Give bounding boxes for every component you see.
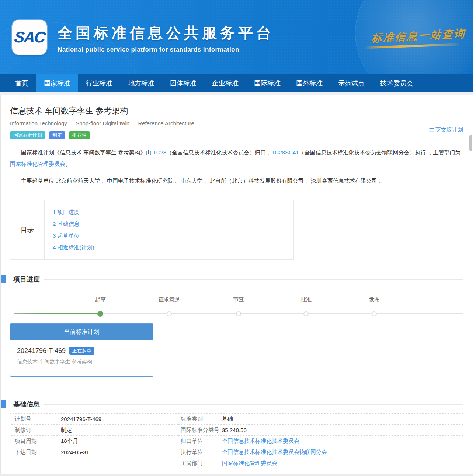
row-label: 归口单位 — [178, 438, 222, 445]
progress-fill — [14, 313, 100, 314]
section-marker — [1, 400, 6, 408]
basic-info-table: 计划号20241796-T-469 制修订制定 项目周期18个月 下达日期202… — [10, 413, 463, 469]
site-banner: SAC 全国标准信息公共服务平台 National public service… — [0, 0, 473, 74]
section-rule — [44, 279, 463, 280]
card-body: 20241796-T-469 正在起草 信息技术 车间数字孪生 参考架构 — [10, 340, 153, 365]
document-title-block: 信息技术 车间数字孪生 参考架构 Information Technology … — [10, 105, 194, 139]
sac-logo-text: SAC — [13, 28, 46, 46]
nav-item-enterprise-standards[interactable]: 企业标准 — [204, 74, 246, 92]
row-label: 下达日期 — [10, 449, 61, 456]
step-dot — [303, 311, 309, 316]
row-value: 35.240.50 — [222, 427, 247, 433]
step-dot — [167, 311, 172, 316]
status-badge-drafting: 正在起草 — [69, 347, 94, 355]
toc-item-basic-info[interactable]: 2 基础信息 — [53, 218, 94, 230]
list-icon: ☰ — [429, 127, 434, 133]
table-of-contents: 目录 1 项目进度 2 基础信息 3 起草单位 4 相近标准(计划) — [10, 200, 294, 260]
toc-item-similar-standards[interactable]: 4 相近标准(计划) — [53, 242, 94, 253]
nav-item-local-standards[interactable]: 地方标准 — [120, 74, 162, 92]
english-version-link[interactable]: ☰ 英文版计划 — [429, 126, 463, 133]
row-label: 主管部门 — [178, 460, 222, 467]
plan-number: 20241796-T-469 — [17, 347, 66, 355]
step-dot — [97, 311, 103, 317]
progress-stepper: 起草 征求意见 审查 批准 发布 — [14, 296, 463, 319]
step-label: 审查 — [233, 296, 244, 303]
table-row: 归口单位全国信息技术标准化技术委员会 — [178, 436, 463, 447]
nav-item-technical-committee[interactable]: 技术委员会 — [372, 74, 421, 92]
intro-text: 国家标准计划《信息技术 车间数字孪生 参考架构》由 — [21, 149, 153, 155]
section-project-progress: 项目进度 — [1, 275, 473, 284]
intro-paragraph-1: 国家标准计划《信息技术 车间数字孪生 参考架构》由 TC28（全国信息技术标准化… — [10, 147, 463, 169]
intro-text: （全国信息技术标准化技术委员会）归口， — [166, 149, 271, 155]
table-row: 国际标准分类号35.240.50 — [178, 425, 463, 436]
nav-item-group-standards[interactable]: 团体标准 — [162, 74, 204, 92]
nav-item-home[interactable]: 首页 — [7, 74, 36, 92]
plan-name: 信息技术 车间数字孪生 参考架构 — [17, 358, 146, 365]
nav-item-pilot[interactable]: 示范试点 — [330, 74, 372, 92]
nav-bottom-strip — [0, 92, 473, 95]
link-tc28[interactable]: TC28 — [153, 149, 167, 155]
toc-item-progress[interactable]: 1 项目进度 — [53, 206, 94, 218]
link-centralized-unit[interactable]: 全国信息技术标准化技术委员会 — [222, 438, 299, 445]
nav-item-industry-standards[interactable]: 行业标准 — [78, 74, 120, 92]
card-header: 当前标准计划 — [10, 324, 153, 340]
row-label: 计划号 — [10, 416, 61, 423]
link-tc28sc41[interactable]: TC28SC41 — [271, 149, 299, 155]
row-value: 基础 — [222, 416, 233, 423]
basic-info-left-column: 计划号20241796-T-469 制修订制定 项目周期18个月 下达日期202… — [10, 414, 178, 469]
badge-national-standard-plan: 国家标准计划 — [10, 131, 45, 139]
progress-step-drafting: 起草 — [95, 296, 106, 317]
scrollbar-thumb[interactable] — [469, 135, 472, 151]
page-root: SAC 全国标准信息公共服务平台 National public service… — [0, 0, 473, 476]
nav-item-foreign-standards[interactable]: 国外标准 — [288, 74, 330, 92]
sac-logo[interactable]: SAC — [12, 20, 47, 55]
badge-recommended: 推荐性 — [69, 131, 90, 139]
toc-item-drafting-units[interactable]: 3 起草单位 — [53, 230, 94, 242]
nav-item-national-standards[interactable]: 国家标准 — [36, 74, 78, 92]
step-label: 征求意见 — [158, 296, 180, 303]
progress-step-comments: 征求意见 — [158, 296, 180, 316]
main-nav: 首页 国家标准 行业标准 地方标准 团体标准 企业标准 国际标准 国外标准 示范… — [0, 74, 473, 92]
site-title: 全国标准信息公共服务平台 — [58, 23, 274, 43]
basic-info-right-column: 标准类别基础 国际标准分类号35.240.50 归口单位全国信息技术标准化技术委… — [178, 414, 463, 469]
link-executing-unit[interactable]: 全国信息技术标准化技术委员会物联网分会 — [222, 449, 327, 456]
section-rule — [44, 404, 463, 405]
row-label: 执行单位 — [178, 449, 222, 456]
table-row-empty — [10, 458, 178, 469]
row-value: 2024-05-31 — [61, 449, 89, 455]
section-title-basic-info: 基础信息 — [13, 400, 40, 409]
current-standard-plan-card[interactable]: 当前标准计划 20241796-T-469 正在起草 信息技术 车间数字孪生 参… — [10, 323, 153, 377]
toc-label: 目录 — [10, 200, 45, 259]
step-dot — [236, 311, 241, 316]
page-title: 信息技术 车间数字孪生 参考架构 — [10, 105, 194, 116]
section-title-progress: 项目进度 — [13, 275, 40, 284]
table-row: 标准类别基础 — [178, 414, 463, 425]
page-subtitle-en: Information Technology — Shop-floor Digi… — [10, 120, 194, 126]
badge-row: 国家标准计划 制定 推荐性 — [10, 131, 194, 139]
progress-step-approval: 批准 — [300, 296, 312, 316]
section-marker — [1, 275, 6, 283]
page-bottom-strip — [0, 474, 473, 476]
row-value: 制定 — [61, 427, 72, 434]
intro-paragraph-2: 主要起草单位 北京航空航天大学 、中国电子技术标准化研究院 、山东大学 、北自所… — [10, 175, 463, 186]
link-competent-department[interactable]: 国家标准化管理委员会 — [222, 460, 277, 467]
progress-step-publish: 发布 — [369, 296, 380, 316]
english-version-label: 英文版计划 — [435, 126, 463, 133]
row-label: 制修订 — [10, 427, 61, 434]
step-dot — [372, 311, 377, 316]
link-sac-committee[interactable]: 国家标准化管理委员会 — [10, 161, 65, 167]
badge-formulate: 制定 — [49, 131, 65, 139]
intro-text: 。 — [65, 161, 71, 167]
nav-item-international-standards[interactable]: 国际标准 — [246, 74, 288, 92]
step-label: 发布 — [369, 296, 380, 303]
table-row: 计划号20241796-T-469 — [10, 414, 178, 425]
table-row: 制修订制定 — [10, 425, 178, 436]
row-value: 18个月 — [61, 438, 78, 445]
table-row: 执行单位全国信息技术标准化技术委员会物联网分会 — [178, 447, 463, 458]
progress-step-review: 审查 — [233, 296, 244, 316]
table-row: 项目周期18个月 — [10, 436, 178, 447]
main-content: 信息技术 车间数字孪生 参考架构 Information Technology … — [0, 95, 473, 475]
step-label: 批准 — [300, 296, 312, 303]
site-brand: 全国标准信息公共服务平台 National public service pla… — [58, 23, 274, 53]
row-label: 国际标准分类号 — [178, 427, 222, 434]
